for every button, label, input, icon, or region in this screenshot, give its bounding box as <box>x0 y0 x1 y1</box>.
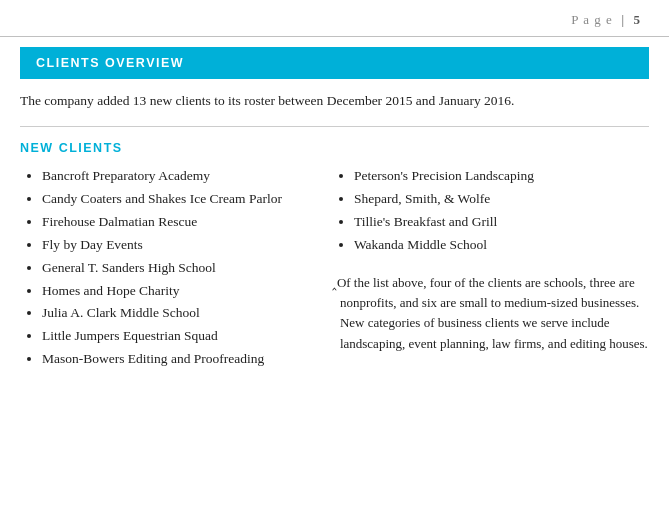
list-item: Homes and Hope Charity <box>42 281 312 302</box>
right-column: Peterson's Precision Landscaping Shepard… <box>322 166 649 372</box>
intro-text: The company added 13 new clients to its … <box>0 79 669 122</box>
clients-overview-header: CLIENTS OVERVIEW <box>20 47 649 80</box>
page-container: P a g e | 5 CLIENTS OVERVIEW The company… <box>0 0 669 521</box>
left-column: Bancroft Preparatory Academy Candy Coate… <box>20 166 322 372</box>
list-item: General T. Sanders High School <box>42 258 312 279</box>
text-cursor-icon: ‸ <box>332 275 337 290</box>
list-item: Shepard, Smith, & Wolfe <box>354 189 649 210</box>
page-label: P a g e <box>571 12 613 27</box>
page-number: 5 <box>634 12 642 27</box>
page-number-bar: P a g e | 5 <box>0 0 669 37</box>
right-client-list-container: Peterson's Precision Landscaping Shepard… <box>332 166 649 258</box>
left-client-list: Bancroft Preparatory Academy Candy Coate… <box>20 166 312 370</box>
list-item: Firehouse Dalmatian Rescue <box>42 212 312 233</box>
list-item: Julia A. Clark Middle School <box>42 303 312 324</box>
list-item: Fly by Day Events <box>42 235 312 256</box>
list-item: Mason-Bowers Editing and Proofreading <box>42 349 312 370</box>
right-client-list: Peterson's Precision Landscaping Shepard… <box>332 166 649 256</box>
list-item: Bancroft Preparatory Academy <box>42 166 312 187</box>
two-column-layout: Bancroft Preparatory Academy Candy Coate… <box>0 166 669 372</box>
list-item: Wakanda Middle School <box>354 235 649 256</box>
new-clients-header: NEW CLIENTS <box>0 137 669 166</box>
summary-text: ‸Of the list above, four of the clients … <box>332 272 649 354</box>
list-item: Candy Coaters and Shakes Ice Cream Parlo… <box>42 189 312 210</box>
list-item: Little Jumpers Equestrian Squad <box>42 326 312 347</box>
summary-text-container: ‸Of the list above, four of the clients … <box>332 268 649 354</box>
clients-overview-title: CLIENTS OVERVIEW <box>36 56 184 70</box>
list-item: Peterson's Precision Landscaping <box>354 166 649 187</box>
section-divider <box>20 126 649 127</box>
list-item: Tillie's Breakfast and Grill <box>354 212 649 233</box>
